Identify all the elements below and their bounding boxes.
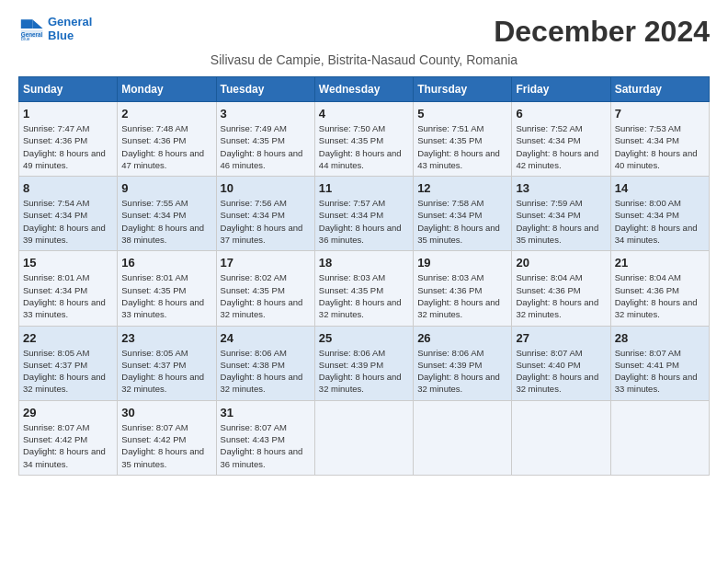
day-info: Sunrise: 8:05 AMSunset: 4:37 PMDaylight:… (121, 347, 211, 396)
day-info: Sunrise: 7:58 AMSunset: 4:34 PMDaylight:… (417, 197, 507, 246)
day-info: Sunrise: 8:07 AMSunset: 4:42 PMDaylight:… (121, 421, 211, 470)
day-number: 17 (221, 256, 311, 270)
day-info: Sunrise: 8:07 AMSunset: 4:43 PMDaylight:… (221, 421, 311, 470)
day-number: 15 (23, 256, 113, 270)
day-info: Sunrise: 8:05 AMSunset: 4:37 PMDaylight:… (23, 347, 113, 396)
day-number: 2 (121, 107, 211, 121)
calendar-cell: 3Sunrise: 7:49 AMSunset: 4:35 PMDaylight… (216, 102, 314, 177)
day-number: 31 (221, 406, 311, 419)
calendar-cell: 25Sunrise: 8:06 AMSunset: 4:39 PMDayligh… (314, 326, 413, 400)
day-number: 10 (221, 181, 311, 195)
day-number: 24 (221, 331, 311, 345)
calendar-cell: 22Sunrise: 8:05 AMSunset: 4:37 PMDayligh… (19, 326, 118, 400)
day-info: Sunrise: 8:03 AMSunset: 4:36 PMDaylight:… (417, 271, 507, 320)
calendar-table: SundayMondayTuesdayWednesdayThursdayFrid… (18, 76, 710, 476)
day-number: 1 (23, 107, 113, 121)
day-info: Sunrise: 8:04 AMSunset: 4:36 PMDaylight:… (516, 271, 606, 320)
calendar-cell: 2Sunrise: 7:48 AMSunset: 4:36 PMDaylight… (118, 102, 216, 177)
day-info: Sunrise: 7:54 AMSunset: 4:34 PMDaylight:… (23, 197, 113, 246)
day-info: Sunrise: 7:55 AMSunset: 4:34 PMDaylight:… (121, 197, 211, 246)
calendar-cell: 31Sunrise: 8:07 AMSunset: 4:43 PMDayligh… (216, 400, 314, 475)
day-info: Sunrise: 7:56 AMSunset: 4:34 PMDaylight:… (221, 197, 311, 246)
calendar-cell: 26Sunrise: 8:06 AMSunset: 4:39 PMDayligh… (414, 326, 512, 400)
day-number: 28 (615, 331, 705, 345)
day-info: Sunrise: 8:03 AMSunset: 4:35 PMDaylight:… (319, 271, 409, 320)
weekday-header-thursday: Thursday (414, 77, 512, 102)
day-number: 14 (615, 181, 705, 195)
calendar-body: 1Sunrise: 7:47 AMSunset: 4:36 PMDaylight… (19, 102, 710, 476)
svg-rect-2 (21, 19, 33, 29)
logo-blue: Blue (48, 29, 92, 42)
calendar-cell: 24Sunrise: 8:06 AMSunset: 4:38 PMDayligh… (216, 326, 314, 400)
day-info: Sunrise: 8:07 AMSunset: 4:42 PMDaylight:… (23, 421, 113, 470)
calendar-cell: 1Sunrise: 7:47 AMSunset: 4:36 PMDaylight… (19, 102, 118, 177)
calendar-cell: 5Sunrise: 7:51 AMSunset: 4:35 PMDaylight… (414, 102, 512, 177)
day-number: 13 (516, 181, 606, 195)
day-number: 18 (319, 256, 409, 270)
calendar-cell: 21Sunrise: 8:04 AMSunset: 4:36 PMDayligh… (610, 251, 709, 326)
calendar-cell: 23Sunrise: 8:05 AMSunset: 4:37 PMDayligh… (118, 326, 216, 400)
calendar-cell: 29Sunrise: 8:07 AMSunset: 4:42 PMDayligh… (19, 400, 118, 475)
calendar-cell: 20Sunrise: 8:04 AMSunset: 4:36 PMDayligh… (512, 251, 610, 326)
calendar-cell (610, 400, 709, 475)
day-info: Sunrise: 7:48 AMSunset: 4:36 PMDaylight:… (121, 122, 211, 171)
day-info: Sunrise: 7:50 AMSunset: 4:35 PMDaylight:… (319, 122, 409, 171)
calendar-week-3: 15Sunrise: 8:01 AMSunset: 4:34 PMDayligh… (19, 251, 710, 326)
calendar-cell: 7Sunrise: 7:53 AMSunset: 4:34 PMDaylight… (610, 102, 709, 177)
day-info: Sunrise: 8:06 AMSunset: 4:39 PMDaylight:… (417, 347, 507, 396)
day-info: Sunrise: 8:06 AMSunset: 4:39 PMDaylight:… (319, 347, 409, 396)
day-number: 22 (23, 331, 113, 345)
day-info: Sunrise: 8:00 AMSunset: 4:34 PMDaylight:… (615, 197, 705, 246)
day-number: 23 (121, 331, 211, 345)
day-number: 29 (23, 406, 113, 419)
day-number: 25 (319, 331, 409, 345)
calendar-cell (414, 400, 512, 475)
calendar-cell: 4Sunrise: 7:50 AMSunset: 4:35 PMDaylight… (314, 102, 413, 177)
header: General Blue General Blue December 2024 (18, 15, 710, 49)
day-info: Sunrise: 7:59 AMSunset: 4:34 PMDaylight:… (516, 197, 606, 246)
day-info: Sunrise: 7:47 AMSunset: 4:36 PMDaylight:… (23, 122, 113, 171)
subtitle: Silivasu de Campie, Bistrita-Nasaud Coun… (18, 52, 710, 67)
svg-text:Blue: Blue (21, 37, 30, 41)
calendar-cell: 28Sunrise: 8:07 AMSunset: 4:41 PMDayligh… (610, 326, 709, 400)
calendar-cell: 11Sunrise: 7:57 AMSunset: 4:34 PMDayligh… (314, 177, 413, 251)
day-number: 4 (319, 107, 409, 121)
day-number: 21 (615, 256, 705, 270)
day-number: 26 (417, 331, 507, 345)
day-number: 3 (221, 107, 311, 121)
day-info: Sunrise: 8:01 AMSunset: 4:35 PMDaylight:… (121, 271, 211, 320)
day-number: 20 (516, 256, 606, 270)
day-info: Sunrise: 8:07 AMSunset: 4:41 PMDaylight:… (615, 347, 705, 396)
calendar-cell: 18Sunrise: 8:03 AMSunset: 4:35 PMDayligh… (314, 251, 413, 326)
day-info: Sunrise: 7:57 AMSunset: 4:34 PMDaylight:… (319, 197, 409, 246)
calendar-cell: 9Sunrise: 7:55 AMSunset: 4:34 PMDaylight… (118, 177, 216, 251)
calendar-cell: 16Sunrise: 8:01 AMSunset: 4:35 PMDayligh… (118, 251, 216, 326)
day-info: Sunrise: 8:06 AMSunset: 4:38 PMDaylight:… (221, 347, 311, 396)
weekday-header-sunday: Sunday (19, 77, 118, 102)
calendar-cell: 14Sunrise: 8:00 AMSunset: 4:34 PMDayligh… (610, 177, 709, 251)
day-info: Sunrise: 8:04 AMSunset: 4:36 PMDaylight:… (615, 271, 705, 320)
calendar-cell: 15Sunrise: 8:01 AMSunset: 4:34 PMDayligh… (19, 251, 118, 326)
logo-icon: General Blue (18, 16, 44, 41)
day-number: 27 (516, 331, 606, 345)
day-number: 30 (121, 406, 211, 419)
calendar-cell: 27Sunrise: 8:07 AMSunset: 4:40 PMDayligh… (512, 326, 610, 400)
weekday-header-wednesday: Wednesday (314, 77, 413, 102)
calendar-cell: 19Sunrise: 8:03 AMSunset: 4:36 PMDayligh… (414, 251, 512, 326)
day-number: 12 (417, 181, 507, 195)
day-info: Sunrise: 8:01 AMSunset: 4:34 PMDaylight:… (23, 271, 113, 320)
day-number: 11 (319, 181, 409, 195)
calendar-week-1: 1Sunrise: 7:47 AMSunset: 4:36 PMDaylight… (19, 102, 710, 177)
weekday-header-saturday: Saturday (610, 77, 709, 102)
day-number: 5 (417, 107, 507, 121)
calendar-cell: 12Sunrise: 7:58 AMSunset: 4:34 PMDayligh… (414, 177, 512, 251)
weekday-header-row: SundayMondayTuesdayWednesdayThursdayFrid… (19, 77, 710, 102)
weekday-header-tuesday: Tuesday (216, 77, 314, 102)
day-number: 9 (121, 181, 211, 195)
calendar-cell: 6Sunrise: 7:52 AMSunset: 4:34 PMDaylight… (512, 102, 610, 177)
day-number: 16 (121, 256, 211, 270)
calendar-cell: 8Sunrise: 7:54 AMSunset: 4:34 PMDaylight… (19, 177, 118, 251)
weekday-header-monday: Monday (118, 77, 216, 102)
day-info: Sunrise: 7:52 AMSunset: 4:34 PMDaylight:… (516, 122, 606, 171)
day-info: Sunrise: 7:53 AMSunset: 4:34 PMDaylight:… (615, 122, 705, 171)
